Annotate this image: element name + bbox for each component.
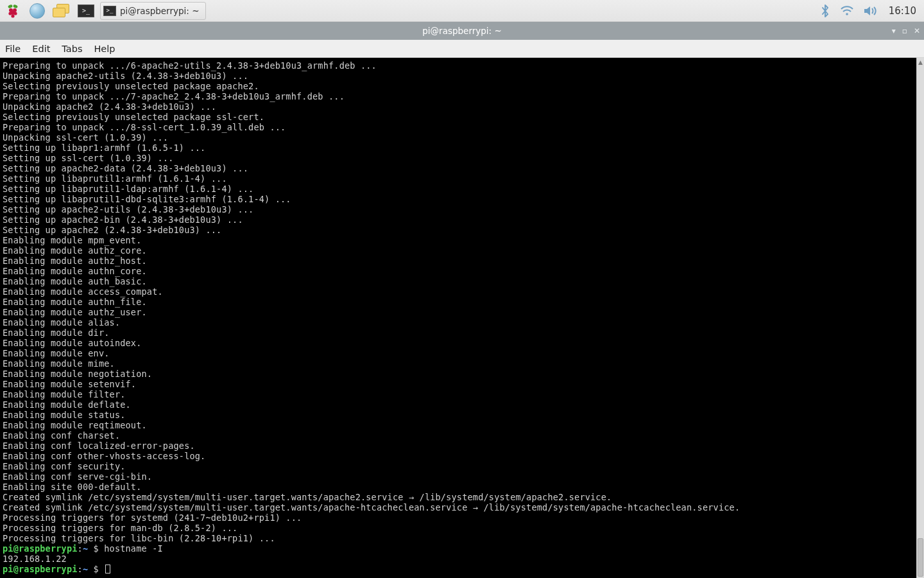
menu-file[interactable]: File xyxy=(5,44,21,54)
window-minimize-button[interactable]: ▾ xyxy=(892,27,896,35)
taskbar: >_ >_ pi@raspberrypi: ~ 16:10 xyxy=(0,0,924,22)
file-manager-icon[interactable] xyxy=(53,2,71,20)
menubar: File Edit Tabs Help xyxy=(0,40,924,58)
svg-point-4 xyxy=(13,12,17,15)
terminal-cursor xyxy=(105,565,110,574)
window-buttons: ▾ ▫ ✕ xyxy=(892,22,920,40)
web-browser-icon[interactable] xyxy=(28,2,46,20)
terminal-icon: >_ xyxy=(103,6,116,16)
window-title: pi@raspberrypi: ~ xyxy=(422,26,501,36)
svg-point-3 xyxy=(8,12,12,15)
window-maximize-button[interactable]: ▫ xyxy=(902,27,907,35)
taskbar-active-window-button[interactable]: >_ pi@raspberrypi: ~ xyxy=(100,2,206,20)
menu-tabs[interactable]: Tabs xyxy=(62,44,82,54)
scrollbar-up-arrow-icon[interactable]: ▲ xyxy=(917,59,924,66)
terminal-viewport: Preparing to unpack .../6-apache2-utils_… xyxy=(0,58,924,578)
raspberry-menu-icon[interactable] xyxy=(4,2,22,20)
window-titlebar[interactable]: pi@raspberrypi: ~ ▾ ▫ ✕ xyxy=(0,22,924,40)
taskbar-window-label: pi@raspberrypi: ~ xyxy=(120,6,199,16)
terminal-output[interactable]: Preparing to unpack .../6-apache2-utils_… xyxy=(0,58,916,578)
system-tray: 16:10 xyxy=(819,4,920,18)
svg-point-8 xyxy=(846,13,848,15)
menu-help[interactable]: Help xyxy=(94,44,115,54)
svg-point-5 xyxy=(11,14,14,17)
window-close-button[interactable]: ✕ xyxy=(914,27,920,35)
terminal-scrollbar[interactable]: ▲ xyxy=(916,58,924,578)
wifi-icon[interactable] xyxy=(840,5,854,17)
menu-edit[interactable]: Edit xyxy=(32,44,50,54)
svg-point-7 xyxy=(13,4,18,8)
bluetooth-icon[interactable] xyxy=(819,4,831,18)
volume-icon[interactable] xyxy=(863,5,877,17)
scrollbar-thumb[interactable] xyxy=(918,538,923,577)
terminal-launcher-icon[interactable]: >_ xyxy=(77,2,95,20)
quick-launch: >_ xyxy=(4,2,95,20)
svg-point-6 xyxy=(8,4,13,8)
panel-clock[interactable]: 16:10 xyxy=(886,5,920,17)
